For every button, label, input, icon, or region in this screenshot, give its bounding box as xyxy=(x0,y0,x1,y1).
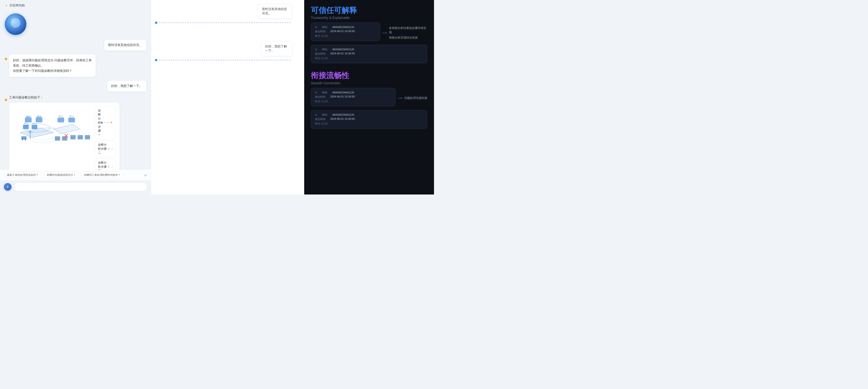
right-section-2: 衔接流畅性 Smooth Connection ⊙ IMSI 460048229… xyxy=(311,71,427,130)
svg-text:网元: 网元 xyxy=(24,122,28,125)
network-diagram: 网元 网元 网元 网元 xyxy=(13,107,92,145)
svg-text:网元: 网元 xyxy=(69,115,74,118)
connector-1 xyxy=(155,22,300,24)
step-chevron-3: › xyxy=(112,165,113,169)
mid-bubble-right-2: 好的，我想了解一下。 xyxy=(261,41,292,56)
step-check-2: ✓ xyxy=(107,147,110,151)
step-label-1: 诊断分析步骤一 xyxy=(98,109,101,137)
msg-bubble-2: 好的，该故障问题处理情况为 问题诊断完毕，回单给工单 系统，待工程师确认。 你想… xyxy=(9,54,96,77)
right-card-1: ⊙ IMSI 460048229402126 发生时间 2024-06-01 1… xyxy=(311,23,380,41)
mid-right-2: 好的，我想了解一下。 xyxy=(261,41,300,56)
svg-rect-6 xyxy=(36,118,42,122)
mid-right-1: 暂时没有其他信息补充。 xyxy=(258,4,300,19)
step-check-3: ✓ xyxy=(107,165,110,169)
right-card-4: ⊙ IMSI 460048229402126 发生时间 2024-06-01 1… xyxy=(311,110,427,129)
svg-rect-4 xyxy=(26,116,31,118)
svg-rect-12 xyxy=(32,125,37,129)
right-card-3: ⊙ IMSI 460048229402126 发生时间 2024-06-01 1… xyxy=(311,88,396,107)
avatar xyxy=(5,13,26,35)
right-cards-row-2: ⊙ IMSI 460048229402126 发生时间 2024-06-01 1… xyxy=(311,88,427,108)
svg-rect-10 xyxy=(23,125,29,129)
step-item-3[interactable]: 诊断分析步骤三 ✓ › xyxy=(95,158,116,170)
svg-rect-26 xyxy=(78,135,83,140)
connector-2 xyxy=(155,59,300,61)
steps-panel: 诊断分析步骤一 ✕ 诊断分析步骤二 xyxy=(95,107,116,170)
step-item-1[interactable]: 诊断分析步骤一 ✕ xyxy=(95,107,116,139)
right-arrow-2: — › 问题处理无缝衔接 xyxy=(398,88,427,108)
svg-text:网元: 网元 xyxy=(59,115,63,118)
right-panel: 可信任可解释 Trustworthy & Explainable ⊙ IMSI … xyxy=(304,0,434,194)
diag-title: 工单问题诊断过程如下： xyxy=(9,95,120,100)
svg-point-15 xyxy=(25,139,26,140)
suggest-bar: 最新工单的处理情况如何？ 有哪些问题值得我关注？ 有哪些工单处理耗费时间较长？ … xyxy=(0,170,151,180)
right-title-en-1: Trustworthy & Explainable xyxy=(311,16,427,20)
step-item-2[interactable]: 诊断分析步骤二 ✓ › xyxy=(95,141,116,157)
svg-rect-20 xyxy=(68,118,75,122)
mid-bubble-right-1: 暂时没有其他信息补充。 xyxy=(258,4,292,19)
dashed-line-1 xyxy=(159,23,291,23)
svg-rect-13 xyxy=(21,136,27,139)
step-dot xyxy=(101,122,103,124)
right-section-1: 可信任可解释 Trustworthy & Explainable ⊙ IMSI … xyxy=(311,6,427,65)
svg-rect-3 xyxy=(25,118,32,122)
suggest-chip-3[interactable]: 有哪些工单处理耗费时间较长？ xyxy=(81,172,124,178)
add-button[interactable]: + xyxy=(4,183,11,191)
refresh-icon[interactable]: ⇄ xyxy=(144,173,147,177)
msg-left-4: 工单问题诊断过程如下： 网元 xyxy=(5,95,118,170)
msg-bubble-3: 好的，我想了解一下。 xyxy=(107,81,146,91)
middle-panel: 暂时没有其他信息补充。 好的，我想了解一下。 xyxy=(151,0,304,194)
msg-bubble-1: 暂时没有其他信息补充。 xyxy=(104,40,146,51)
msg-right-1: 暂时没有其他信息补充。 xyxy=(104,40,146,51)
svg-rect-27 xyxy=(85,135,90,140)
right-title-2: 衔接流畅性 xyxy=(311,71,427,80)
chat-input[interactable] xyxy=(14,182,147,191)
step-label-3: 诊断分析步骤三 xyxy=(98,161,107,170)
right-arrow-1: — › 各智能分析结果按步骤详情呈现 智能分析呈现结论依据 xyxy=(382,23,427,43)
right-title-1: 可信任可解释 xyxy=(311,6,427,15)
dashed-line-2 xyxy=(159,60,291,60)
input-area: + xyxy=(0,180,151,194)
msg-left-2: 好的，该故障问题处理情况为 问题诊断完毕，回单给工单 系统，待工程师确认。 你想… xyxy=(5,54,96,77)
dot-indicator-2 xyxy=(5,99,7,101)
chat-area: 暂时没有其他信息补充。 好的，该故障问题处理情况为 问题诊断完毕，回单给工单 系… xyxy=(0,37,151,170)
svg-rect-23 xyxy=(55,136,60,141)
diag-card: 网元 网元 网元 网元 xyxy=(9,102,120,170)
right-card-2: ⊙ IMSI 460048229402126 发生时间 2024-06-01 1… xyxy=(311,45,427,63)
right-title-en-2: Smooth Connection xyxy=(311,81,427,85)
step-label-2: 诊断分析步骤二 xyxy=(98,143,107,155)
back-arrow: ＜ xyxy=(5,3,8,8)
svg-rect-18 xyxy=(58,118,64,122)
step-x-icon: ✕ xyxy=(110,121,113,124)
blue-dot-2 xyxy=(155,59,157,61)
step-dashes xyxy=(104,122,109,123)
svg-text:网元: 网元 xyxy=(32,122,37,125)
svg-rect-24 xyxy=(62,136,67,141)
msg-right-3: 好的，我想了解一下。 xyxy=(107,81,146,91)
svg-rect-7 xyxy=(36,116,42,118)
svg-rect-25 xyxy=(70,135,76,140)
svg-point-14 xyxy=(22,139,23,140)
dot-indicator xyxy=(5,58,7,60)
breadcrumb[interactable]: ＜ 车联网驾舱 xyxy=(0,0,151,11)
suggest-chip-2[interactable]: 有哪些问题值得我关注？ xyxy=(43,172,79,178)
left-panel: ＜ 车联网驾舱 暂时没有其他信息补充。 好的，该故障问题处理情况为 问题诊断完毕… xyxy=(0,0,151,194)
suggest-chip-1[interactable]: 最新工单的处理情况如何？ xyxy=(4,172,42,178)
step-chevron-2: › xyxy=(112,147,113,150)
avatar-area xyxy=(0,11,151,37)
right-cards-row-1: ⊙ IMSI 460048229402126 发生时间 2024-06-01 1… xyxy=(311,23,427,43)
blue-dot-1 xyxy=(155,22,157,24)
breadcrumb-label: 车联网驾舱 xyxy=(9,3,25,8)
